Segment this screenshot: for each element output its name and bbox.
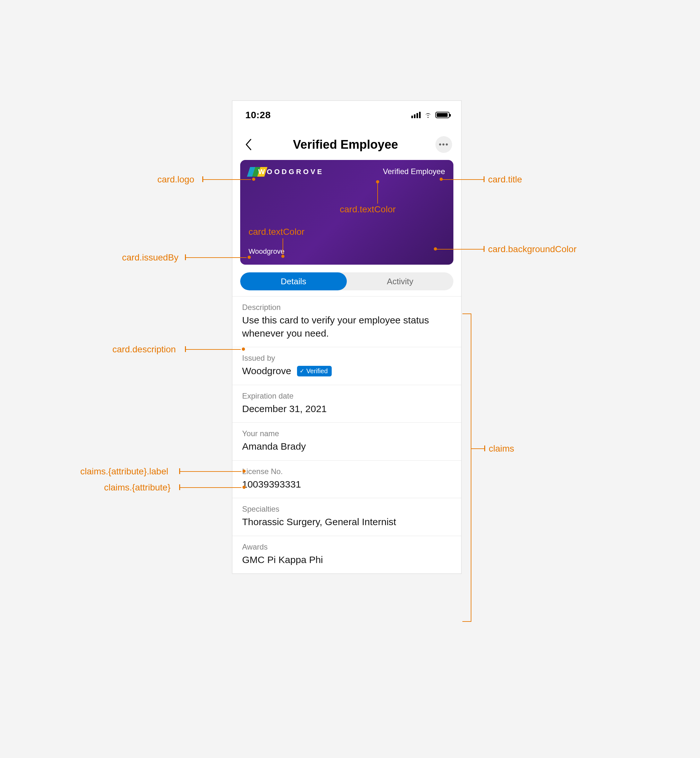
card-title: Verified Employee [383,167,445,176]
license-label: License No. [242,467,452,476]
card-logo: WOODGROVE [248,167,323,177]
annotation-claims: claims [489,444,514,454]
issued-by-value: Woodgrove [242,364,291,378]
status-bar: 10:28 [233,101,461,129]
awards-value: GMC Pi Kappa Phi [242,553,452,567]
more-button[interactable]: ••• [435,136,452,153]
page-title: Verified Employee [293,138,398,152]
card-issued-by: Woodgrove [248,247,284,256]
wifi-icon [424,112,432,118]
detail-issued-by: Issued by Woodgrove ✓ Verified [233,347,461,385]
annotation-card-description: card.description [112,344,176,355]
detail-awards: Awards GMC Pi Kappa Phi [233,536,461,574]
annotation-card-backgroundcolor: card.backgroundColor [488,244,577,255]
your-name-label: Your name [242,429,452,438]
detail-expiration: Expiration date December 31, 2021 [233,385,461,423]
status-icons [411,112,450,118]
card-logo-text: WOODGROVE [258,168,323,176]
details-list: Description Use this card to verify your… [233,296,461,573]
tab-activity[interactable]: Activity [347,272,453,290]
annotation-card-issuedby: card.issuedBy [122,252,178,263]
annotation-claims-attribute-label: claims.{attribute}.label [80,466,168,477]
annotation-card-logo: card.logo [157,174,194,185]
verified-badge: ✓ Verified [297,366,332,377]
annotation-claims-attribute: claims.{attribute} [104,483,170,493]
verified-badge-text: Verified [306,367,328,375]
expiration-label: Expiration date [242,392,452,400]
battery-icon [435,112,450,118]
check-icon: ✓ [300,367,305,375]
detail-your-name: Your name Amanda Brady [233,423,461,461]
detail-specialties: Specialties Thorassic Surgery, General I… [233,498,461,536]
description-value: Use this card to verify your employee st… [242,314,452,340]
awards-label: Awards [242,542,452,552]
tabs: Details Activity [240,272,453,290]
chevron-left-icon [245,139,252,150]
annotation-card-title: card.title [488,174,522,185]
credential-card: WOODGROVE Verified Employee Woodgrove [240,160,453,265]
expiration-value: December 31, 2021 [242,402,452,416]
cellular-signal-icon [411,112,420,118]
description-label: Description [242,303,452,312]
detail-description: Description Use this card to verify your… [233,297,461,347]
specialties-label: Specialties [242,505,452,514]
status-time: 10:28 [245,109,271,120]
license-value: 10039393331 [242,478,452,491]
issued-by-label: Issued by [242,354,452,363]
detail-license: License No. 10039393331 [233,461,461,499]
nav-bar: Verified Employee ••• [233,129,461,160]
your-name-value: Amanda Brady [242,440,452,453]
phone-frame: 10:28 Verified Employee ••• W [232,100,462,574]
tab-details[interactable]: Details [240,272,347,290]
specialties-value: Thorassic Surgery, General Internist [242,516,452,529]
back-button[interactable] [241,138,256,152]
